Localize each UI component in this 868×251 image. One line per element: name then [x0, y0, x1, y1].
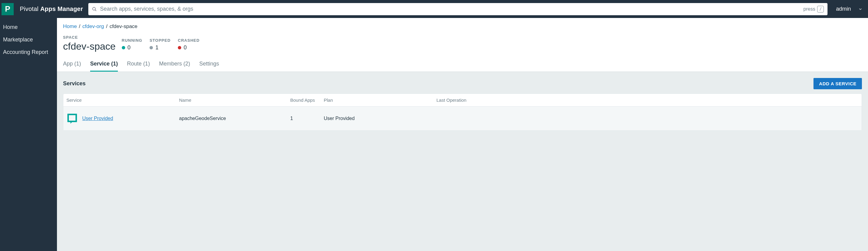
- status-label: STOPPED: [150, 38, 170, 43]
- col-plan: Plan: [321, 94, 433, 106]
- tab-members[interactable]: Members (2): [159, 61, 190, 71]
- breadcrumb-sep: /: [106, 24, 107, 29]
- tabs: App (1) Service (1) Route (1) Members (2…: [57, 55, 868, 72]
- space-name: cfdev-space: [63, 41, 116, 52]
- tab-app[interactable]: App (1): [63, 61, 81, 71]
- user-name: admin: [836, 6, 851, 12]
- brand-logo-letter: P: [5, 4, 10, 14]
- service-icon: [66, 113, 78, 124]
- brand-title: Pivotal Apps Manager: [20, 5, 83, 12]
- status-value: 0: [128, 44, 131, 51]
- main-content: Home / cfdev-org / cfdev-space SPACE cfd…: [57, 18, 868, 251]
- status-label: RUNNING: [122, 38, 143, 43]
- brand-logo: P: [2, 3, 14, 15]
- space-header: SPACE cfdev-space RUNNING 0 STOPPED 1 CR…: [57, 30, 868, 55]
- sidebar-item-marketplace[interactable]: Marketplace: [0, 33, 57, 46]
- space-kicker: SPACE: [63, 35, 116, 40]
- col-name: Name: [176, 94, 287, 106]
- search-hint-key: /: [817, 6, 824, 12]
- breadcrumb-sep: /: [79, 24, 81, 29]
- status-dot-icon: [122, 46, 125, 49]
- sidebar-item-label: Home: [3, 24, 18, 30]
- sidebar-item-home[interactable]: Home: [0, 21, 57, 33]
- col-bound: Bound Apps: [287, 94, 321, 106]
- user-menu[interactable]: admin: [836, 6, 863, 12]
- col-lastop: Last Operation: [433, 94, 862, 106]
- status-running: RUNNING 0: [122, 38, 143, 51]
- status-dot-icon: [150, 46, 153, 49]
- status-crashed: CRASHED 0: [178, 38, 199, 51]
- cell-plan: User Provided: [321, 109, 433, 127]
- table-row: User Provided apacheGeodeService 1 User …: [63, 106, 862, 130]
- cell-lastop: [433, 113, 862, 125]
- sidebar-item-label: Accounting Report: [3, 49, 48, 55]
- svg-point-0: [93, 7, 95, 10]
- add-service-button[interactable]: ADD A SERVICE: [813, 78, 862, 89]
- cell-bound: 1: [287, 109, 321, 127]
- breadcrumb: Home / cfdev-org / cfdev-space: [57, 18, 868, 30]
- breadcrumb-current: cfdev-space: [110, 24, 138, 29]
- sidebar-item-accounting[interactable]: Accounting Report: [0, 46, 57, 59]
- breadcrumb-home[interactable]: Home: [63, 24, 77, 29]
- tab-label: Settings: [199, 61, 219, 67]
- breadcrumb-org[interactable]: cfdev-org: [83, 24, 104, 29]
- tab-label: Members (2): [159, 61, 190, 67]
- table-header: Service Name Bound Apps Plan Last Operat…: [63, 94, 862, 106]
- tab-service[interactable]: Service (1): [90, 61, 118, 71]
- topbar: P Pivotal Apps Manager press / admin: [0, 0, 868, 18]
- tab-label: App (1): [63, 61, 81, 67]
- status-value: 1: [155, 44, 158, 51]
- cell-name: apacheGeodeService: [176, 109, 287, 127]
- services-table: Service Name Bound Apps Plan Last Operat…: [63, 94, 862, 131]
- status-group: RUNNING 0 STOPPED 1 CRASHED 0: [122, 38, 200, 51]
- search-shortcut-hint: press /: [803, 6, 824, 12]
- brand-title-light: Pivotal: [20, 5, 40, 12]
- status-value: 0: [184, 44, 187, 51]
- search-container[interactable]: press /: [88, 3, 828, 15]
- tab-label: Route (1): [127, 61, 150, 67]
- status-label: CRASHED: [178, 38, 199, 43]
- brand-title-bold: Apps Manager: [40, 5, 83, 12]
- space-title-block: SPACE cfdev-space: [63, 35, 116, 52]
- sidebar-item-label: Marketplace: [3, 36, 33, 43]
- tab-route[interactable]: Route (1): [127, 61, 150, 71]
- status-stopped: STOPPED 1: [150, 38, 170, 51]
- col-service: Service: [63, 94, 176, 106]
- service-link[interactable]: User Provided: [82, 116, 113, 121]
- status-dot-icon: [178, 46, 181, 49]
- search-icon: [92, 7, 97, 13]
- panel-title: Services: [63, 81, 86, 87]
- search-hint-text: press: [803, 6, 815, 12]
- tab-settings[interactable]: Settings: [199, 61, 219, 71]
- services-panel: Services ADD A SERVICE Service Name Boun…: [57, 72, 868, 251]
- sidebar: Home Marketplace Accounting Report: [0, 18, 57, 251]
- svg-rect-2: [68, 115, 76, 122]
- svg-line-1: [95, 10, 96, 11]
- chevron-down-icon: [858, 7, 863, 11]
- search-input[interactable]: [88, 3, 828, 15]
- tab-label: Service (1): [90, 61, 118, 67]
